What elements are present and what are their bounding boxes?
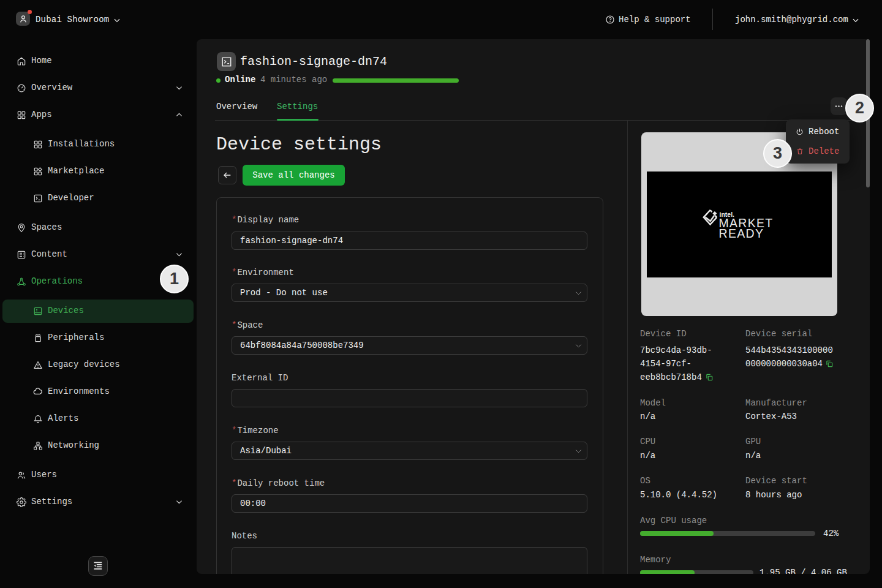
svg-text:READY: READY xyxy=(719,227,764,240)
